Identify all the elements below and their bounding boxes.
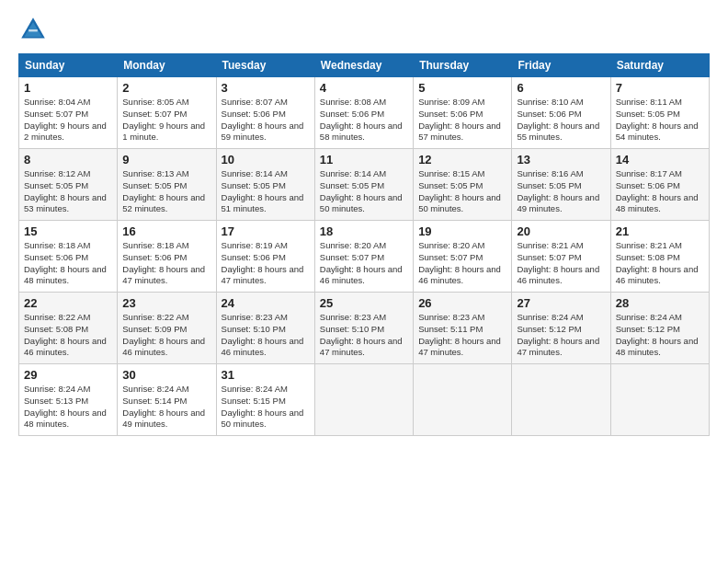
calendar-cell: 25Sunrise: 8:23 AMSunset: 5:10 PMDayligh… — [314, 293, 413, 364]
day-of-week-header: Sunday — [19, 54, 118, 77]
day-detail: Sunrise: 8:20 AMSunset: 5:07 PMDaylight:… — [418, 240, 506, 287]
day-number: 16 — [122, 224, 210, 238]
day-of-week-header: Friday — [512, 54, 610, 77]
day-number: 22 — [24, 296, 112, 310]
calendar-cell: 28Sunrise: 8:24 AMSunset: 5:12 PMDayligh… — [610, 293, 709, 364]
calendar-cell: 4Sunrise: 8:08 AMSunset: 5:06 PMDaylight… — [314, 77, 413, 149]
day-number: 10 — [222, 153, 310, 167]
logo — [18, 15, 53, 44]
calendar-cell: 2Sunrise: 8:05 AMSunset: 5:07 PMDaylight… — [118, 77, 216, 149]
day-detail: Sunrise: 8:24 AMSunset: 5:12 PMDaylight:… — [616, 312, 704, 359]
calendar-cell: 7Sunrise: 8:11 AMSunset: 5:05 PMDaylight… — [610, 77, 709, 149]
day-number: 11 — [320, 153, 408, 167]
day-number: 14 — [616, 153, 704, 167]
calendar-cell: 17Sunrise: 8:19 AMSunset: 5:06 PMDayligh… — [216, 221, 314, 293]
calendar-cell: 26Sunrise: 8:23 AMSunset: 5:11 PMDayligh… — [414, 293, 512, 364]
day-number: 29 — [24, 368, 112, 382]
calendar-cell: 15Sunrise: 8:18 AMSunset: 5:06 PMDayligh… — [19, 221, 118, 293]
day-detail: Sunrise: 8:24 AMSunset: 5:12 PMDaylight:… — [517, 312, 605, 359]
calendar-week-row: 22Sunrise: 8:22 AMSunset: 5:08 PMDayligh… — [19, 293, 710, 364]
day-number: 2 — [122, 81, 210, 95]
day-of-week-header: Wednesday — [314, 54, 413, 77]
calendar-cell — [314, 364, 413, 436]
day-detail: Sunrise: 8:12 AMSunset: 5:05 PMDaylight:… — [24, 168, 112, 215]
calendar-cell: 5Sunrise: 8:09 AMSunset: 5:06 PMDaylight… — [414, 77, 512, 149]
day-detail: Sunrise: 8:19 AMSunset: 5:06 PMDaylight:… — [222, 240, 310, 287]
calendar-table: SundayMondayTuesdayWednesdayThursdayFrid… — [18, 53, 710, 436]
day-detail: Sunrise: 8:09 AMSunset: 5:06 PMDaylight:… — [418, 97, 506, 144]
day-of-week-header: Monday — [118, 54, 216, 77]
day-detail: Sunrise: 8:14 AMSunset: 5:05 PMDaylight:… — [222, 168, 310, 215]
day-number: 27 — [517, 296, 605, 310]
day-detail: Sunrise: 8:23 AMSunset: 5:11 PMDaylight:… — [418, 312, 506, 359]
day-number: 3 — [222, 81, 310, 95]
calendar-cell: 8Sunrise: 8:12 AMSunset: 5:05 PMDaylight… — [19, 149, 118, 221]
day-detail: Sunrise: 8:24 AMSunset: 5:14 PMDaylight:… — [122, 384, 210, 431]
calendar-cell: 3Sunrise: 8:07 AMSunset: 5:06 PMDaylight… — [216, 77, 314, 149]
day-detail: Sunrise: 8:16 AMSunset: 5:05 PMDaylight:… — [517, 168, 605, 215]
day-number: 18 — [320, 224, 408, 238]
day-number: 20 — [517, 224, 605, 238]
calendar-cell: 10Sunrise: 8:14 AMSunset: 5:05 PMDayligh… — [216, 149, 314, 221]
calendar-cell — [610, 364, 709, 436]
day-number: 19 — [418, 224, 506, 238]
day-number: 23 — [122, 296, 210, 310]
day-detail: Sunrise: 8:13 AMSunset: 5:05 PMDaylight:… — [122, 168, 210, 215]
day-detail: Sunrise: 8:22 AMSunset: 5:08 PMDaylight:… — [24, 312, 112, 359]
calendar-cell: 9Sunrise: 8:13 AMSunset: 5:05 PMDaylight… — [118, 149, 216, 221]
calendar-cell — [512, 364, 610, 436]
day-number: 8 — [24, 153, 112, 167]
day-number: 31 — [222, 368, 310, 382]
calendar-body: 1Sunrise: 8:04 AMSunset: 5:07 PMDaylight… — [19, 77, 710, 436]
day-detail: Sunrise: 8:07 AMSunset: 5:06 PMDaylight:… — [222, 97, 310, 144]
calendar-cell: 18Sunrise: 8:20 AMSunset: 5:07 PMDayligh… — [314, 221, 413, 293]
day-number: 26 — [418, 296, 506, 310]
calendar-week-row: 15Sunrise: 8:18 AMSunset: 5:06 PMDayligh… — [19, 221, 710, 293]
day-number: 12 — [418, 153, 506, 167]
day-number: 7 — [616, 81, 704, 95]
calendar-cell: 30Sunrise: 8:24 AMSunset: 5:14 PMDayligh… — [118, 364, 216, 436]
calendar-week-row: 1Sunrise: 8:04 AMSunset: 5:07 PMDaylight… — [19, 77, 710, 149]
day-detail: Sunrise: 8:18 AMSunset: 5:06 PMDaylight:… — [24, 240, 112, 287]
calendar-cell: 6Sunrise: 8:10 AMSunset: 5:06 PMDaylight… — [512, 77, 610, 149]
day-header-row: SundayMondayTuesdayWednesdayThursdayFrid… — [19, 54, 710, 77]
day-number: 1 — [24, 81, 112, 95]
day-detail: Sunrise: 8:23 AMSunset: 5:10 PMDaylight:… — [222, 312, 310, 359]
header — [18, 15, 710, 44]
day-number: 13 — [517, 153, 605, 167]
day-detail: Sunrise: 8:14 AMSunset: 5:05 PMDaylight:… — [320, 168, 408, 215]
calendar-cell: 21Sunrise: 8:21 AMSunset: 5:08 PMDayligh… — [610, 221, 709, 293]
calendar-cell: 12Sunrise: 8:15 AMSunset: 5:05 PMDayligh… — [414, 149, 512, 221]
day-of-week-header: Tuesday — [216, 54, 314, 77]
calendar-cell: 11Sunrise: 8:14 AMSunset: 5:05 PMDayligh… — [314, 149, 413, 221]
calendar-cell: 19Sunrise: 8:20 AMSunset: 5:07 PMDayligh… — [414, 221, 512, 293]
calendar-cell: 22Sunrise: 8:22 AMSunset: 5:08 PMDayligh… — [19, 293, 118, 364]
day-number: 17 — [222, 224, 310, 238]
day-number: 30 — [122, 368, 210, 382]
day-detail: Sunrise: 8:11 AMSunset: 5:05 PMDaylight:… — [616, 97, 704, 144]
page: SundayMondayTuesdayWednesdayThursdayFrid… — [0, 0, 728, 563]
day-detail: Sunrise: 8:24 AMSunset: 5:15 PMDaylight:… — [222, 384, 310, 431]
day-of-week-header: Saturday — [610, 54, 709, 77]
day-detail: Sunrise: 8:21 AMSunset: 5:07 PMDaylight:… — [517, 240, 605, 287]
day-detail: Sunrise: 8:24 AMSunset: 5:13 PMDaylight:… — [24, 384, 112, 431]
day-detail: Sunrise: 8:18 AMSunset: 5:06 PMDaylight:… — [122, 240, 210, 287]
day-number: 6 — [517, 81, 605, 95]
day-detail: Sunrise: 8:10 AMSunset: 5:06 PMDaylight:… — [517, 97, 605, 144]
day-detail: Sunrise: 8:23 AMSunset: 5:10 PMDaylight:… — [320, 312, 408, 359]
day-number: 5 — [418, 81, 506, 95]
calendar-cell: 14Sunrise: 8:17 AMSunset: 5:06 PMDayligh… — [610, 149, 709, 221]
day-number: 15 — [24, 224, 112, 238]
calendar-cell — [414, 364, 512, 436]
svg-rect-2 — [28, 29, 38, 31]
calendar-cell: 24Sunrise: 8:23 AMSunset: 5:10 PMDayligh… — [216, 293, 314, 364]
day-detail: Sunrise: 8:15 AMSunset: 5:05 PMDaylight:… — [418, 168, 506, 215]
calendar-cell: 13Sunrise: 8:16 AMSunset: 5:05 PMDayligh… — [512, 149, 610, 221]
calendar-cell: 29Sunrise: 8:24 AMSunset: 5:13 PMDayligh… — [19, 364, 118, 436]
day-detail: Sunrise: 8:22 AMSunset: 5:09 PMDaylight:… — [122, 312, 210, 359]
day-number: 9 — [122, 153, 210, 167]
day-number: 21 — [616, 224, 704, 238]
day-of-week-header: Thursday — [414, 54, 512, 77]
logo-icon — [18, 15, 48, 44]
day-detail: Sunrise: 8:04 AMSunset: 5:07 PMDaylight:… — [24, 97, 112, 144]
